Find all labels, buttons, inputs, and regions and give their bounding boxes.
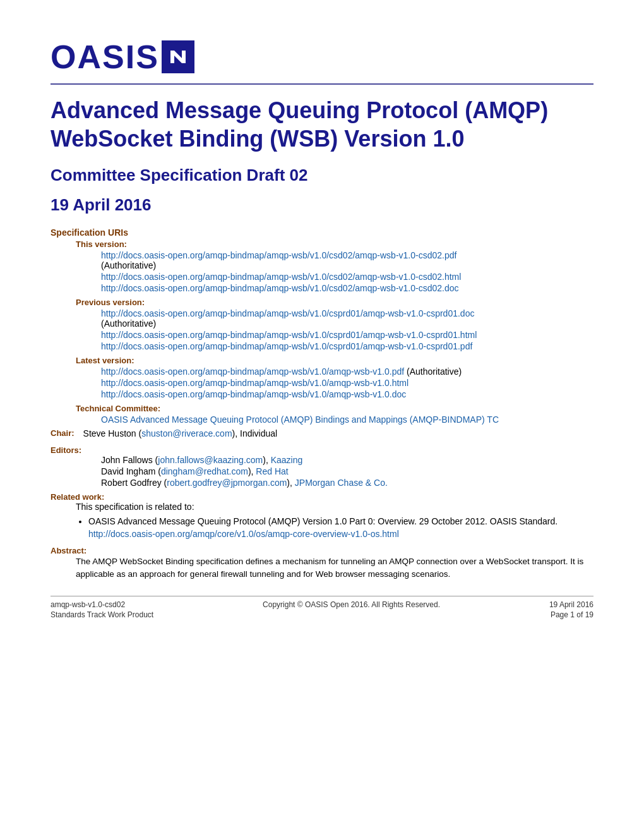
- previous-version-block: Previous version:: [76, 297, 593, 307]
- latest-version-link-1: http://docs.oasis-open.org/amqp-bindmap/…: [101, 366, 593, 377]
- this-version-authoritative: (Authoritative): [101, 260, 156, 270]
- latest-version-html-link[interactable]: http://docs.oasis-open.org/amqp-bindmap/…: [101, 378, 408, 388]
- abstract-section: Abstract:: [51, 545, 593, 555]
- tc-block: Technical Committee:: [76, 403, 593, 413]
- abstract-text: The AMQP WebSocket Binding specification…: [76, 555, 593, 581]
- spec-uris-section: Specification URIs This version: http://…: [51, 227, 593, 581]
- previous-version-label: Previous version:: [76, 298, 145, 307]
- related-work-item-1: OASIS Advanced Message Queuing Protocol …: [88, 516, 593, 540]
- latest-version-link-2: http://docs.oasis-open.org/amqp-bindmap/…: [101, 378, 593, 388]
- related-work-list: OASIS Advanced Message Queuing Protocol …: [88, 516, 593, 540]
- oasis-logo: OASIS: [51, 38, 593, 76]
- editor-1-suffix: ),: [263, 455, 268, 465]
- prev-version-html-link[interactable]: http://docs.oasis-open.org/amqp-bindmap/…: [101, 330, 477, 340]
- editor-1-email[interactable]: john.fallows@kaazing.com: [158, 455, 263, 465]
- footer-track: Standards Track Work Product: [51, 610, 153, 619]
- latest-version-link-3: http://docs.oasis-open.org/amqp-bindmap/…: [101, 389, 593, 399]
- prev-version-link-2: http://docs.oasis-open.org/amqp-bindmap/…: [101, 330, 593, 340]
- related-work-intro-text: This specification is related to:: [76, 502, 194, 512]
- footer-doc-id: amqp-wsb-v1.0-csd02: [51, 600, 153, 609]
- header-divider: [51, 83, 593, 85]
- footer-date: 19 April 2016: [549, 600, 593, 609]
- chair-suffix: ), Individual: [232, 428, 278, 438]
- latest-version-authoritative: (Authoritative): [407, 366, 462, 377]
- editor-2-email[interactable]: dingham@redhat.com: [161, 466, 248, 476]
- prev-version-pdf-link[interactable]: http://docs.oasis-open.org/amqp-bindmap/…: [101, 341, 472, 351]
- prev-version-link-3: http://docs.oasis-open.org/amqp-bindmap/…: [101, 341, 593, 351]
- abstract-label: Abstract:: [51, 546, 86, 555]
- logo-area: OASIS: [51, 38, 593, 76]
- latest-version-block: Latest version:: [76, 355, 593, 365]
- latest-version-pdf-link[interactable]: http://docs.oasis-open.org/amqp-bindmap/…: [101, 366, 404, 377]
- editor-2-name: David Ingham (: [101, 466, 161, 476]
- oasis-text: OASIS: [51, 38, 159, 76]
- editor-2-org[interactable]: Red Hat: [256, 466, 288, 476]
- related-work-item-1-text: OASIS Advanced Message Queuing Protocol …: [88, 516, 558, 526]
- tc-link[interactable]: OASIS Advanced Message Queuing Protocol …: [101, 414, 499, 425]
- prev-version-doc-link[interactable]: http://docs.oasis-open.org/amqp-bindmap/…: [101, 308, 474, 318]
- related-work-item-1-link[interactable]: http://docs.oasis-open.org/amqp/core/v1.…: [88, 529, 399, 539]
- latest-version-label: Latest version:: [76, 356, 134, 365]
- this-version-block: This version:: [76, 239, 593, 249]
- oasis-logo-icon: [162, 40, 194, 73]
- editor-1-name: John Fallows (: [101, 455, 158, 465]
- chair-info: Steve Huston (shuston@riverace.com), Ind…: [83, 428, 278, 438]
- editor-3-name: Robert Godfrey (: [101, 478, 167, 488]
- this-version-html-link[interactable]: http://docs.oasis-open.org/amqp-bindmap/…: [101, 272, 461, 282]
- editors-label: Editors:: [51, 445, 81, 455]
- this-version-doc-link[interactable]: http://docs.oasis-open.org/amqp-bindmap/…: [101, 283, 459, 293]
- chair-block: Chair: Steve Huston (shuston@riverace.co…: [51, 428, 593, 441]
- chair-email-link[interactable]: shuston@riverace.com: [141, 428, 232, 438]
- footer-center: Copyright © OASIS Open 2016. All Rights …: [263, 600, 440, 619]
- related-work-section: Related work:: [51, 492, 593, 502]
- editor-2: David Ingham (dingham@redhat.com), Red H…: [101, 466, 593, 476]
- date-title: 19 April 2016: [51, 195, 593, 215]
- this-version-link-3: http://docs.oasis-open.org/amqp-bindmap/…: [101, 283, 593, 293]
- editors-block: Editors:: [51, 445, 593, 455]
- this-version-label: This version:: [76, 239, 127, 249]
- editor-1-org[interactable]: Kaazing: [271, 455, 303, 465]
- this-version-link-2: http://docs.oasis-open.org/amqp-bindmap/…: [101, 272, 593, 282]
- footer-right: 19 April 2016 Page 1 of 19: [549, 600, 593, 619]
- page-container: OASIS Advanced Message Queuing Protocol …: [0, 0, 644, 638]
- this-version-link-1: http://docs.oasis-open.org/amqp-bindmap/…: [101, 250, 593, 270]
- chair-label: Chair:: [51, 428, 75, 441]
- editor-3-org[interactable]: JPMorgan Chase & Co.: [295, 478, 388, 488]
- editor-2-suffix: ),: [248, 466, 254, 476]
- editor-3-suffix: ),: [287, 478, 292, 488]
- related-work-label: Related work:: [51, 492, 104, 502]
- footer-page: Page 1 of 19: [551, 610, 593, 619]
- main-title: Advanced Message Queuing Protocol (AMQP)…: [51, 96, 593, 153]
- page-footer: amqp-wsb-v1.0-csd02 Standards Track Work…: [51, 596, 593, 619]
- tc-link-block: OASIS Advanced Message Queuing Protocol …: [101, 414, 593, 425]
- editor-3: Robert Godfrey (robert.godfrey@jpmorgan.…: [101, 478, 593, 488]
- tc-label: Technical Committee:: [76, 404, 160, 413]
- prev-version-link-1: http://docs.oasis-open.org/amqp-bindmap/…: [101, 308, 593, 329]
- editor-3-email[interactable]: robert.godfrey@jpmorgan.com: [167, 478, 287, 488]
- this-version-pdf-link[interactable]: http://docs.oasis-open.org/amqp-bindmap/…: [101, 250, 456, 260]
- footer-left: amqp-wsb-v1.0-csd02 Standards Track Work…: [51, 600, 153, 619]
- related-work-intro: This specification is related to:: [76, 502, 593, 512]
- chair-name: Steve Huston (: [83, 428, 142, 438]
- latest-version-doc-link[interactable]: http://docs.oasis-open.org/amqp-bindmap/…: [101, 389, 406, 399]
- editor-1: John Fallows (john.fallows@kaazing.com),…: [101, 455, 593, 465]
- prev-version-authoritative: (Authoritative): [101, 318, 156, 329]
- subtitle: Committee Specification Draft 02: [51, 166, 593, 185]
- spec-uris-label: Specification URIs: [51, 227, 593, 238]
